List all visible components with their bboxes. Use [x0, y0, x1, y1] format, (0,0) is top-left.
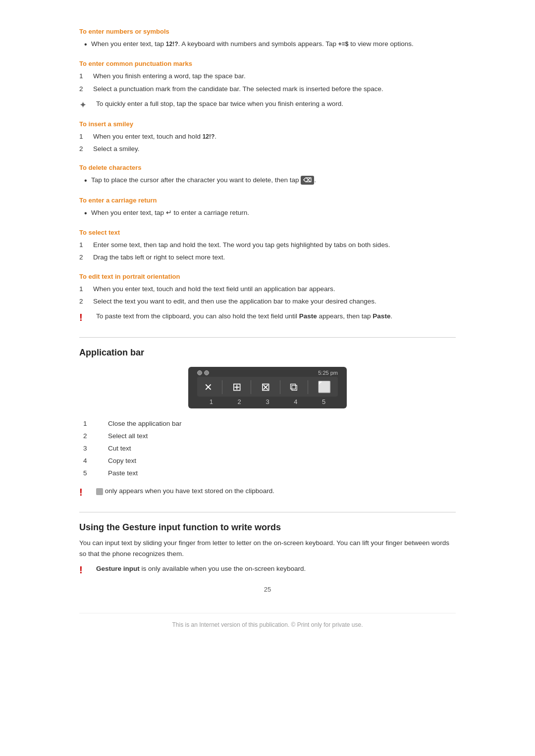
section-title-insert-smiley: To insert a smiley — [79, 120, 456, 128]
table-cell-desc: Paste text — [104, 467, 456, 479]
table-row: 4 Copy text — [79, 454, 456, 467]
tip-paste: ! To paste text from the clipboard, you … — [79, 311, 456, 323]
numbered-text-0: When you finish entering a word, tap the… — [93, 71, 246, 81]
section-title-enter-numbers: To enter numbers or symbols — [79, 28, 456, 35]
portrait-item-1: 2 Select the text you want to edit, and … — [79, 297, 456, 306]
smiley-num-0: 1 — [79, 132, 93, 142]
table-row: 5 Paste text — [79, 467, 456, 479]
table-cell-num: 1 — [79, 417, 104, 430]
section-application-bar: Application bar 5:25 pm ✕ ⊞ ⊠ — [79, 337, 456, 498]
table-row: 1 Close the application bar — [79, 417, 456, 430]
tip-text-clipboard: only appears when you have text stored o… — [96, 486, 274, 496]
carriage-bullet-text: When you enter text, tap ↵ to enter a ca… — [91, 208, 249, 218]
tip-punctuation: ✦ To quickly enter a full stop, tap the … — [79, 99, 456, 110]
page-number: 25 — [79, 586, 456, 593]
app-bar-num-4: 4 — [294, 398, 297, 405]
numbered-item-0: 1 When you finish entering a word, tap t… — [79, 71, 456, 81]
divider-1 — [222, 380, 222, 394]
divider-3 — [280, 380, 280, 394]
select-item-1: 2 Drag the tabs left or right to select … — [79, 252, 456, 262]
tip-clipboard: ! only appears when you have text stored… — [79, 486, 456, 498]
table-row: 2 Select all text — [79, 430, 456, 442]
select-num-1: 2 — [79, 252, 93, 262]
section-select-text: To select text 1 Enter some text, then t… — [79, 229, 456, 263]
portrait-num-0: 1 — [79, 284, 93, 294]
section-carriage-return: To enter a carriage return • When you en… — [79, 197, 456, 219]
table-cell-num: 5 — [79, 467, 104, 479]
app-bar-numbers-row: 1 2 3 4 5 — [197, 398, 338, 405]
table-cell-desc: Close the application bar — [104, 417, 456, 430]
select-text-1: Drag the tabs left or right to select mo… — [93, 252, 225, 262]
exclaim-icon-gesture: ! — [79, 564, 91, 576]
exclaim-icon-clipboard: ! — [79, 487, 91, 498]
table-cell-desc: Copy text — [104, 454, 456, 467]
smiley-item-1: 2 Select a smiley. — [79, 144, 456, 154]
app-bar-icons-row: ✕ ⊞ ⊠ ⧉ ⬜ — [197, 377, 338, 397]
app-bar-table: 1 Close the application bar 2 Select all… — [79, 417, 456, 479]
table-cell-num: 4 — [79, 454, 104, 467]
app-bar-paste-icon[interactable]: ⬜ — [314, 380, 335, 395]
divider-2 — [251, 380, 251, 394]
table-cell-num: 2 — [79, 430, 104, 442]
tip-gesture: ! Gesture input is only available when y… — [79, 564, 456, 576]
status-circle-1 — [197, 370, 202, 375]
section-title-delete-characters: To delete characters — [79, 164, 456, 171]
app-bar-num-2: 2 — [238, 398, 241, 405]
app-bar-num-5: 5 — [322, 398, 325, 405]
carriage-bullet-dot: • — [84, 208, 91, 219]
tip-text-paste: To paste text from the clipboard, you ca… — [96, 311, 392, 321]
section-insert-smiley: To insert a smiley 1 When you enter text… — [79, 120, 456, 154]
exclaim-icon-paste: ! — [79, 312, 91, 323]
numbered-item-1: 2 Select a punctuation mark from the can… — [79, 84, 456, 94]
delete-bullet-text: Tap to place the cursor after the charac… — [91, 175, 316, 185]
gesture-body-text: You can input text by sliding your finge… — [79, 538, 456, 559]
heading-gesture-input: Using the Gesture input function to writ… — [79, 512, 456, 533]
table-cell-num: 3 — [79, 442, 104, 454]
select-item-0: 1 Enter some text, then tap and hold the… — [79, 240, 456, 250]
bullet-text-0: When you enter text, tap 12!?. A keyboar… — [91, 39, 414, 49]
section-enter-numbers: To enter numbers or symbols • When you e… — [79, 28, 456, 50]
section-delete-characters: To delete characters • Tap to place the … — [79, 164, 456, 186]
app-bar-image: 5:25 pm ✕ ⊞ ⊠ ⧉ ⬜ 1 2 3 4 — [188, 367, 347, 408]
app-bar-copy-icon[interactable]: ⧉ — [286, 380, 302, 395]
portrait-num-1: 2 — [79, 297, 93, 306]
delete-bullet: • Tap to place the cursor after the char… — [79, 175, 456, 186]
section-title-enter-punctuation: To enter common punctuation marks — [79, 60, 456, 67]
table-cell-desc: Select all text — [104, 430, 456, 442]
table-row: 3 Cut text — [79, 442, 456, 454]
app-bar-num-3: 3 — [266, 398, 269, 405]
app-bar-diagram: 5:25 pm ✕ ⊞ ⊠ ⧉ ⬜ 1 2 3 4 — [79, 367, 456, 408]
section-title-edit-portrait: To edit text in portrait orientation — [79, 273, 456, 280]
delete-bullet-dot: • — [84, 175, 91, 186]
bullet-dot: • — [84, 39, 91, 50]
section-enter-punctuation: To enter common punctuation marks 1 When… — [79, 60, 456, 110]
smiley-num-1: 2 — [79, 144, 93, 154]
status-circle-2 — [204, 370, 209, 375]
numbered-num-1: 2 — [79, 84, 93, 94]
portrait-item-0: 1 When you enter text, touch and hold th… — [79, 284, 456, 294]
heading-application-bar: Application bar — [79, 337, 456, 358]
app-bar-cut-icon[interactable]: ⊠ — [257, 380, 274, 395]
section-gesture-input: Using the Gesture input function to writ… — [79, 512, 456, 576]
section-title-select-text: To select text — [79, 229, 456, 236]
lightbulb-icon: ✦ — [79, 100, 91, 110]
bullet-item-0: • When you enter text, tap 12!?. A keybo… — [79, 39, 456, 50]
tip-text-gesture: Gesture input is only available when you… — [96, 564, 306, 574]
table-cell-desc: Cut text — [104, 442, 456, 454]
select-num-0: 1 — [79, 240, 93, 250]
section-edit-portrait: To edit text in portrait orientation 1 W… — [79, 273, 456, 324]
app-bar-close-icon[interactable]: ✕ — [200, 380, 216, 394]
select-text-0: Enter some text, then tap and hold the t… — [93, 240, 390, 250]
app-bar-num-1: 1 — [210, 398, 213, 405]
page: To enter numbers or symbols • When you e… — [0, 0, 535, 756]
app-bar-time: 5:25 pm — [318, 370, 338, 376]
numbered-num-0: 1 — [79, 71, 93, 81]
app-bar-left-icons — [197, 370, 209, 375]
divider-4 — [308, 380, 308, 394]
smiley-text-0: When you enter text, touch and hold 12!?… — [93, 132, 216, 142]
tip-text-punctuation: To quickly enter a full stop, tap the sp… — [96, 99, 343, 109]
app-bar-select-all-icon[interactable]: ⊞ — [228, 380, 245, 395]
section-title-carriage-return: To enter a carriage return — [79, 197, 456, 204]
portrait-text-0: When you enter text, touch and hold the … — [93, 284, 335, 294]
app-bar-top-row: 5:25 pm — [197, 370, 338, 376]
